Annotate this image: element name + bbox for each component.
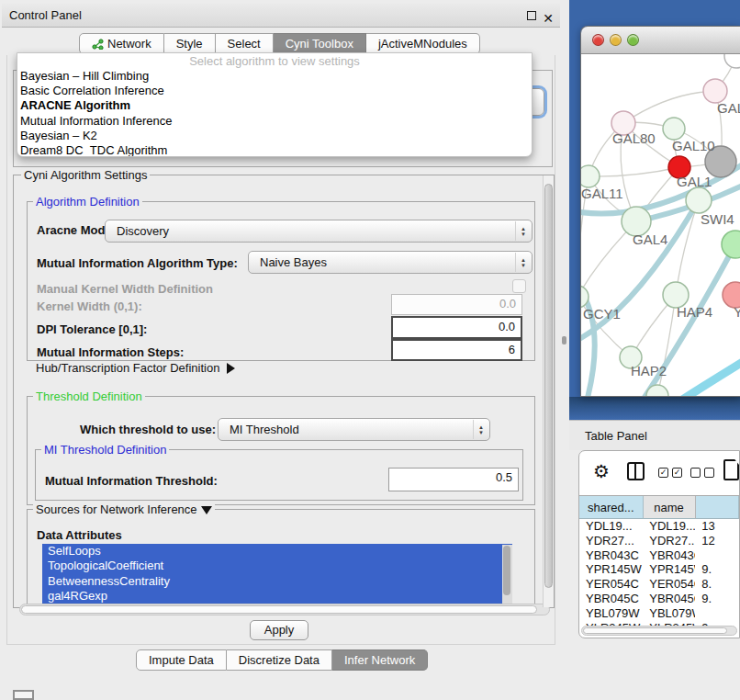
mi-algorithm-type-combo[interactable]: Naive Bayes — [248, 251, 533, 274]
close-icon[interactable]: ✕ — [543, 7, 554, 30]
which-threshold-value: MI Threshold — [230, 423, 299, 436]
tab-network[interactable]: Network — [79, 33, 164, 54]
tab-cyni-toolbox[interactable]: Cyni Toolbox — [274, 33, 366, 54]
tab-select[interactable]: Select — [216, 33, 274, 54]
mi-algorithm-type-value: Naive Bayes — [260, 255, 327, 269]
settings-horizontal-scrollbar[interactable] — [19, 604, 550, 615]
tab-jactivemnodules[interactable]: jActiveMNodules — [366, 33, 480, 54]
network-node[interactable] — [724, 54, 740, 68]
tab-impute-data[interactable]: Impute Data — [136, 649, 227, 671]
collapse-arrow-icon — [201, 506, 212, 514]
algorithm-option[interactable]: Bayesian – Hill Climbing — [17, 69, 532, 84]
data-attribute-item[interactable]: gal4RGexp — [42, 589, 512, 604]
data-attribute-item[interactable]: BetweennessCentrality — [42, 574, 512, 589]
new-column-icon[interactable] — [723, 459, 739, 480]
network-edge[interactable] — [677, 357, 740, 397]
node-label-gal: GAL — [717, 100, 740, 116]
mac-minimize-icon[interactable] — [610, 34, 622, 46]
table-row[interactable]: YER054CYER054C8. — [579, 577, 739, 592]
network-edge[interactable] — [589, 167, 679, 176]
table-row[interactable]: YBR043CYBR043C — [579, 548, 739, 563]
node-label-hap2: HAP2 — [631, 363, 667, 378]
dpi-tolerance-field[interactable]: 0.0 — [391, 316, 522, 339]
deselect-all-columns-icon[interactable] — [690, 468, 714, 478]
network-node[interactable] — [722, 231, 740, 258]
table-row[interactable]: YBL079WYBL079W — [579, 606, 739, 621]
apply-button[interactable]: Apply — [250, 620, 308, 640]
table-horizontal-scrollbar[interactable] — [581, 626, 737, 636]
table-row[interactable]: YPR145WYPR145W9. — [579, 562, 739, 577]
table-cell — [695, 548, 739, 563]
network-node-swi4[interactable] — [686, 187, 712, 213]
table-row[interactable]: YBR045CYBR045C9. — [579, 592, 739, 606]
scrollbar-thumb[interactable] — [503, 546, 510, 595]
mi-threshold-field[interactable]: 0.5 — [388, 468, 519, 491]
network-node-gal11[interactable] — [581, 165, 600, 187]
table-cell: YPR145W — [579, 562, 643, 577]
algorithm-option[interactable]: Bayesian – K2 — [17, 129, 532, 143]
scrollbar-thumb[interactable] — [583, 627, 727, 634]
gear-icon[interactable]: ⚙ — [593, 460, 610, 482]
table-row[interactable]: YDR27...YDR27...12 — [579, 534, 739, 548]
mi-threshold-definition-group: MI Threshold Definition Mutual Informati… — [35, 449, 523, 501]
float-window-icon[interactable] — [527, 11, 536, 20]
panel-splitter-handle[interactable] — [562, 336, 566, 344]
hub-transcription-factor-label: Hub/Transcription Factor Definition — [36, 361, 219, 375]
tab-infer-network[interactable]: Infer Network — [332, 649, 428, 671]
node-label-hap4: HAP4 — [677, 304, 712, 320]
data-attributes-list[interactable]: SelfLoopsTopologicalCoefficientBetweenne… — [42, 544, 512, 604]
settings-vertical-scrollbar[interactable] — [543, 175, 554, 607]
tab-label: Infer Network — [344, 650, 415, 670]
table-panel-title: Table Panel — [585, 429, 647, 443]
table-cell: YDL19... — [579, 519, 643, 534]
hub-transcription-factor-expander[interactable]: Hub/Transcription Factor Definition — [36, 361, 235, 375]
tab-discretize-data[interactable]: Discretize Data — [227, 649, 332, 671]
mi-steps-field[interactable]: 6 — [391, 339, 522, 361]
tab-label: jActiveMNodules — [378, 34, 467, 53]
algorithm-dropdown-items: Bayesian – Hill ClimbingBasic Correlatio… — [17, 69, 532, 157]
scrollbar-thumb[interactable] — [544, 184, 553, 588]
network-window-title-bar[interactable] — [581, 27, 740, 54]
algorithm-option[interactable]: Basic Correlation Inference — [17, 84, 532, 98]
attributes-scrollbar[interactable] — [502, 545, 512, 604]
control-panel-title: Control Panel — [9, 8, 82, 22]
mac-close-icon[interactable] — [592, 34, 604, 46]
select-all-columns-icon[interactable] — [658, 468, 682, 478]
sources-title[interactable]: Sources for Network Inference — [33, 502, 215, 516]
manual-kernel-width-label: Manual Kernel Width Definition — [37, 282, 213, 296]
algorithm-option[interactable]: Mutual Information Inference — [17, 114, 532, 129]
table-cell: YDL19... — [643, 519, 695, 534]
split-columns-icon[interactable] — [627, 462, 645, 480]
scrollbar-thumb[interactable] — [21, 605, 537, 614]
algorithm-option[interactable]: Dream8 DC_TDC Algorithm — [17, 143, 532, 157]
network-canvas[interactable]: GALGAL80GAL10GAL1GAL11SWI4GAL4GCY1HAP4YH… — [581, 54, 740, 397]
minimized-panel-icon[interactable] — [13, 690, 34, 700]
network-node-gal10[interactable] — [663, 118, 685, 140]
network-graph-icon — [92, 39, 104, 50]
aracne-mode-combo[interactable]: Discovery — [105, 220, 533, 243]
data-attribute-item[interactable]: SelfLoops — [42, 544, 512, 559]
network-edge[interactable] — [657, 295, 676, 396]
manual-kernel-width-checkbox[interactable] — [512, 279, 526, 293]
table-cell: YBR045C — [643, 592, 695, 606]
algorithm-option[interactable]: ARACNE Algorithm — [17, 98, 532, 113]
tab-label: Select — [228, 34, 261, 53]
which-threshold-combo[interactable]: MI Threshold — [218, 418, 490, 441]
table-cell: YER054C — [643, 577, 695, 592]
network-view-window[interactable]: GALGAL80GAL10GAL1GAL11SWI4GAL4GCY1HAP4YH… — [580, 26, 740, 397]
column-header-shared...[interactable]: shared... — [579, 496, 644, 519]
tab-label: Network — [107, 34, 151, 53]
control-panel-tab-bar: NetworkStyleSelectCyni ToolboxjActiveMNo… — [79, 33, 480, 54]
column-header-extra[interactable] — [696, 496, 740, 519]
tab-style[interactable]: Style — [164, 33, 216, 54]
node-label-gal4: GAL4 — [633, 231, 667, 247]
table-panel-title-bar: Table Panel — [569, 420, 740, 450]
data-attribute-item[interactable]: TopologicalCoefficient — [42, 559, 512, 573]
table-row[interactable]: YDL19...YDL19...13 — [579, 519, 739, 534]
mac-zoom-icon[interactable] — [627, 34, 639, 46]
node-label-y: Y — [734, 304, 740, 320]
sources-title-text: Sources for Network Inference — [36, 502, 197, 516]
column-header-name[interactable]: name — [644, 496, 696, 519]
mi-steps-label: Mutual Information Steps: — [37, 345, 184, 359]
kernel-width-field[interactable]: 0.0 — [391, 294, 522, 315]
